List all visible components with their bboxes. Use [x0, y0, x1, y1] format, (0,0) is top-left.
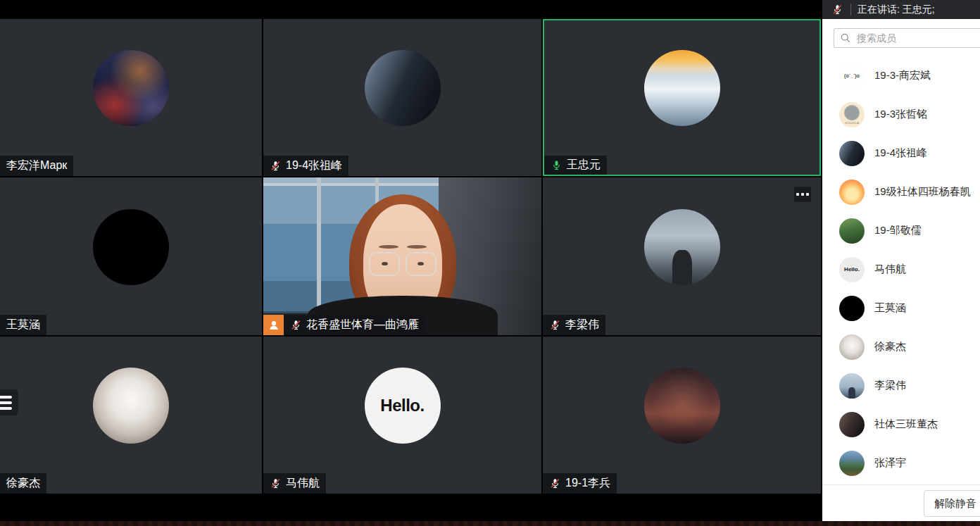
- participant-name: 李宏洋Марк: [6, 158, 67, 173]
- more-options-button[interactable]: [794, 187, 811, 202]
- video-area: 李宏洋Марк 19-4张祖峰 王忠元王莫涵 花香盛世体育—曲鸿雁 李梁伟徐豪杰…: [0, 0, 822, 526]
- mic-active-icon: [551, 159, 563, 171]
- member-list-item[interactable]: 社体三班董杰: [822, 405, 980, 444]
- member-avatar: [839, 412, 865, 437]
- mic-muted-icon: [290, 319, 302, 331]
- video-tile[interactable]: 徐豪杰: [0, 337, 262, 494]
- member-avatar: Hello.: [839, 257, 865, 282]
- member-name: 19级社体四班杨春凯: [874, 185, 971, 199]
- mic-muted-icon: [549, 477, 561, 489]
- video-grid: 李宏洋Марк 19-4张祖峰 王忠元王莫涵 花香盛世体育—曲鸿雁 李梁伟徐豪杰…: [0, 19, 821, 494]
- member-avatar: [839, 180, 865, 205]
- member-name: 张泽宇: [874, 456, 906, 470]
- tile-label-row: 王莫涵: [0, 315, 46, 335]
- tile-label-row: 徐豪杰: [0, 473, 46, 494]
- participant-name-label: 19-4张祖峰: [263, 156, 348, 176]
- search-members-input[interactable]: [857, 32, 980, 44]
- speaking-status-text: 正在讲话: 王忠元;: [857, 4, 935, 16]
- participant-name: 19-1李兵: [565, 476, 610, 491]
- video-tile[interactable]: 王莫涵: [0, 177, 262, 335]
- live-video-feed: [263, 177, 541, 335]
- meeting-window: 李宏洋Марк 19-4张祖峰 王忠元王莫涵 花香盛世体育—曲鸿雁 李梁伟徐豪杰…: [0, 0, 980, 526]
- member-name: 徐豪杰: [874, 340, 906, 353]
- participant-name-label: 徐豪杰: [0, 473, 46, 494]
- video-tile[interactable]: Hello. 马伟航: [263, 337, 541, 494]
- tile-label-row: 李宏洋Марк: [0, 156, 73, 176]
- participant-name-label: 王忠元: [544, 156, 607, 175]
- participant-name-label: 花香盛世体育—曲鸿雁: [284, 315, 425, 335]
- member-name: 19-4张祖峰: [874, 146, 927, 160]
- tile-label-row: 李梁伟: [543, 315, 605, 335]
- member-list: (o`_´)o19-3-商宏斌GODZILLA19-3张哲铭19-4张祖峰19级…: [822, 56, 980, 482]
- member-avatar: [839, 451, 865, 476]
- speaking-status-bar: 正在讲话: 王忠元;: [822, 0, 980, 19]
- member-list-item[interactable]: Hello.马伟航: [822, 250, 980, 289]
- mic-muted-icon: [549, 319, 561, 331]
- panel-footer: 解除静音: [822, 484, 980, 521]
- video-tile[interactable]: 李梁伟: [543, 177, 821, 335]
- bottom-edge-strip: [0, 521, 980, 526]
- participant-avatar: Hello.: [365, 368, 441, 444]
- member-list-item[interactable]: 王莫涵: [822, 289, 980, 327]
- video-tile[interactable]: 王忠元: [543, 19, 821, 176]
- participants-panel: 正在讲话: 王忠元; (o`_´)o19-3-商宏斌GODZILLA19-3张哲…: [822, 0, 980, 526]
- search-box[interactable]: [834, 28, 980, 48]
- participant-name: 李梁伟: [565, 318, 599, 332]
- participant-name-label: 马伟航: [263, 473, 326, 494]
- person-icon: [268, 319, 280, 332]
- search-icon: [840, 32, 851, 44]
- member-avatar: [839, 334, 865, 360]
- mic-muted-icon: [270, 477, 282, 489]
- unmute-button[interactable]: 解除静音: [924, 490, 980, 517]
- member-list-item[interactable]: (o`_´)o19-3-商宏斌: [822, 56, 980, 95]
- participant-avatar: [93, 50, 169, 126]
- mic-muted-icon: [270, 160, 282, 172]
- tile-label-row: 马伟航: [263, 473, 326, 494]
- participant-name: 王莫涵: [6, 318, 40, 332]
- participant-name: 王忠元: [567, 158, 601, 173]
- member-name: 王莫涵: [874, 301, 906, 315]
- participant-name: 花香盛世体育—曲鸿雁: [306, 318, 419, 332]
- member-list-item[interactable]: 19-4张祖峰: [822, 134, 980, 173]
- member-avatar: (o`_´)o: [839, 63, 865, 89]
- mic-muted-icon[interactable]: [831, 4, 843, 15]
- member-name: 19-3-商宏斌: [874, 69, 931, 82]
- member-avatar: GODZILLA: [839, 102, 865, 127]
- member-name: 马伟航: [874, 263, 906, 276]
- participant-name: 马伟航: [286, 476, 320, 491]
- panel-toggle-button[interactable]: [0, 389, 18, 415]
- participant-name: 19-4张祖峰: [286, 158, 342, 173]
- member-list-item[interactable]: 19级社体四班杨春凯: [822, 173, 980, 211]
- member-list-item[interactable]: GODZILLA19-3张哲铭: [822, 95, 980, 134]
- video-tile[interactable]: 19-4张祖峰: [263, 19, 541, 176]
- video-tile[interactable]: 花香盛世体育—曲鸿雁: [263, 177, 541, 335]
- participant-name-label: 王莫涵: [0, 315, 46, 335]
- member-avatar: [839, 296, 865, 321]
- member-name: 社体三班董杰: [874, 418, 938, 431]
- participant-name: 徐豪杰: [6, 476, 40, 491]
- divider: [850, 4, 851, 15]
- participant-avatar: [93, 209, 169, 285]
- member-avatar: [839, 373, 865, 399]
- member-list-item[interactable]: 李梁伟: [822, 366, 980, 405]
- participant-avatar: [93, 368, 169, 444]
- participant-name-label: 19-1李兵: [543, 473, 617, 494]
- participant-name-label: 李梁伟: [543, 315, 605, 335]
- member-avatar: [839, 141, 865, 166]
- participant-avatar: [365, 50, 441, 126]
- member-list-item[interactable]: 张泽宇: [822, 444, 980, 482]
- member-name: 李梁伟: [874, 379, 906, 392]
- tile-label-row: 19-1李兵: [543, 473, 617, 494]
- host-badge: [263, 315, 284, 335]
- participant-name-label: 李宏洋Марк: [0, 156, 73, 176]
- participant-avatar: [644, 368, 720, 444]
- tile-label-row: 花香盛世体育—曲鸿雁: [263, 315, 425, 335]
- participant-avatar: [644, 50, 720, 126]
- member-list-item[interactable]: 19-邹敬儒: [822, 211, 980, 250]
- video-tile[interactable]: 19-1李兵: [543, 337, 821, 494]
- participant-avatar: [644, 209, 720, 285]
- tile-label-row: 19-4张祖峰: [263, 156, 348, 176]
- video-tile[interactable]: 李宏洋Марк: [0, 19, 262, 176]
- member-list-item[interactable]: 徐豪杰: [822, 327, 980, 366]
- member-name: 19-邹敬儒: [874, 224, 922, 237]
